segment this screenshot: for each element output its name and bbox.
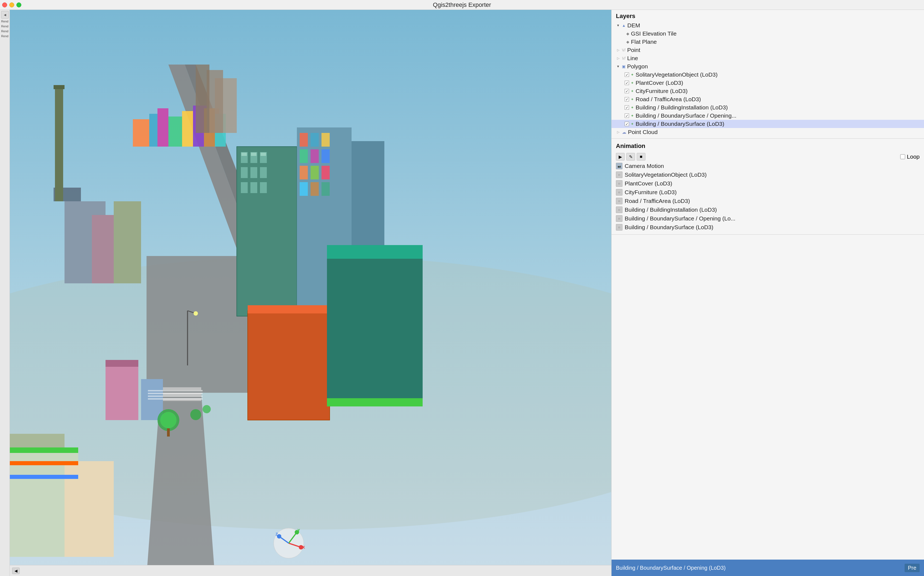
layer-building-bound-open[interactable]: ✦ Building / BoundarySurface / Opening..… <box>611 112 924 120</box>
anim-item-cityfurniture[interactable]: □ CityFurniture (LoD3) <box>611 188 924 197</box>
layer-building-inst[interactable]: ✦ Building / BuildingInstallation (LoD3) <box>611 103 924 112</box>
layer-gsi[interactable]: ◆ GSI Elevation Tile <box>611 30 924 38</box>
anim-play-button[interactable]: ▶ <box>616 153 625 160</box>
anim-edit-button[interactable]: ✎ <box>626 153 635 160</box>
svg-rect-72 <box>167 428 170 437</box>
layer-pointcloud-label: Point Cloud <box>628 129 658 135</box>
layer-building-bound[interactable]: ✦ Building / BoundarySurface (LoD3) <box>611 120 924 128</box>
anim-stop-button[interactable]: ■ <box>637 153 645 160</box>
animation-toolbar: ▶ ✎ ■ Loop <box>611 152 924 162</box>
svg-point-77 <box>193 311 198 316</box>
svg-text:Y: Y <box>297 528 300 533</box>
svg-rect-25 <box>300 133 308 147</box>
anim-item-building-inst[interactable]: □ Building / BuildingInstallation (LoD3) <box>611 205 924 214</box>
layer-plantcover[interactable]: ✦ PlantCover (LoD3) <box>611 79 924 87</box>
layer-solitary-label: SolitaryVegetationObject (LoD3) <box>635 71 718 78</box>
svg-rect-26 <box>311 133 319 147</box>
layer-polygon-group[interactable]: ▼ ▣ Polygon <box>611 62 924 70</box>
layer-cityfurniture[interactable]: ✦ CityFurniture (LoD3) <box>611 87 924 95</box>
cityfurniture-checkbox[interactable] <box>625 89 629 93</box>
svg-rect-40 <box>327 256 423 406</box>
close-button[interactable] <box>2 2 7 7</box>
anim-road-label: Road / TrafficArea (LoD3) <box>625 198 690 204</box>
building-bound-checkbox[interactable] <box>625 122 629 126</box>
anim-item-camera[interactable]: 📷 Camera Motion <box>611 162 924 170</box>
anim-item-solitary[interactable]: □ SolitaryVegetationObject (LoD3) <box>611 170 924 179</box>
layer-building-bound-label: Building / BoundarySurface (LoD3) <box>635 121 725 127</box>
anim-item-building-bound[interactable]: □ Building / BoundarySurface (LoD3) <box>611 223 924 232</box>
anim-road-icon: □ <box>616 198 622 204</box>
plantcover-checkbox[interactable] <box>625 81 629 85</box>
left-arrow-button[interactable]: ◀ <box>1 11 9 19</box>
layer-flat[interactable]: ◆ Flat Plane <box>611 38 924 46</box>
svg-rect-18 <box>251 182 257 193</box>
svg-rect-47 <box>10 461 78 465</box>
dem-icon: ▲ <box>622 23 626 28</box>
loop-checkbox[interactable] <box>900 154 905 159</box>
svg-rect-42 <box>327 398 423 406</box>
svg-rect-66 <box>148 390 203 391</box>
titlebar-controls[interactable] <box>2 2 21 7</box>
pre-label[interactable]: Pre <box>905 564 920 572</box>
nav-left-button[interactable]: ◀ <box>12 568 20 574</box>
layer-pointcloud-group[interactable]: ▷ ☁ Point Cloud <box>611 128 924 136</box>
layers-header: Layers <box>611 10 924 21</box>
svg-rect-22 <box>260 153 266 156</box>
svg-rect-41 <box>327 245 423 259</box>
edit-icon: ✎ <box>629 154 633 160</box>
svg-text:Z: Z <box>276 532 278 536</box>
viewport-bottom-bar[interactable]: ◀ <box>10 565 611 576</box>
anim-item-building-bound-open[interactable]: □ Building / BoundarySurface / Opening (… <box>611 214 924 223</box>
svg-rect-49 <box>105 365 138 420</box>
anim-item-plantcover[interactable]: □ PlantCover (LoD3) <box>611 179 924 188</box>
layer-building-inst-label: Building / BuildingInstallation (LoD3) <box>635 104 728 111</box>
anim-building-inst-label: Building / BuildingInstallation (LoD3) <box>625 206 717 213</box>
anim-item-road[interactable]: □ Road / TrafficArea (LoD3) <box>611 197 924 205</box>
right-status-bar: Building / BoundarySurface / Opening (Lo… <box>611 560 924 576</box>
svg-rect-37 <box>248 311 330 420</box>
svg-rect-15 <box>251 167 257 178</box>
anim-solitary-icon: □ <box>616 171 622 178</box>
polygon-expand-icon: ▼ <box>616 64 620 69</box>
point-expand-icon: ▷ <box>616 48 620 52</box>
layers-section: Layers ▼ ▲ DEM ◆ GSI Elevation Tile ◆ Fl… <box>611 10 924 139</box>
layer-road[interactable]: ✦ Road / TrafficArea (LoD3) <box>611 95 924 103</box>
svg-rect-68 <box>148 395 203 397</box>
pointcloud-expand-icon: ▷ <box>616 130 620 134</box>
svg-rect-14 <box>241 167 248 178</box>
svg-rect-62 <box>182 111 195 147</box>
viewport-3d[interactable]: X Y Z <box>10 10 611 576</box>
layer-line-label: Line <box>627 55 638 62</box>
anim-plantcover-label: PlantCover (LoD3) <box>625 180 672 187</box>
layer-cityfurniture-label: CityFurniture (LoD3) <box>635 88 688 94</box>
render-label-4: Rend <box>0 34 9 38</box>
layer-building-bound-open-label: Building / BoundarySurface / Opening... <box>635 112 736 119</box>
point-group-icon: V/ <box>622 48 626 52</box>
anim-cityfurniture-icon: □ <box>616 189 622 195</box>
building-inst-checkbox[interactable] <box>625 105 629 110</box>
maximize-button[interactable] <box>16 2 21 7</box>
svg-rect-57 <box>54 85 64 89</box>
building-bound-open-checkbox[interactable] <box>625 114 629 118</box>
layer-solitary[interactable]: ✦ SolitaryVegetationObject (LoD3) <box>611 70 924 79</box>
building-bound-open-icon: ✦ <box>631 114 634 118</box>
expand-dem-icon: ▼ <box>616 23 620 28</box>
animation-section: Animation ▶ ✎ ■ Loop 📷 Camera Motion □ S… <box>611 139 924 235</box>
loop-container: Loop <box>900 154 920 160</box>
layer-dem[interactable]: ▼ ▲ DEM <box>611 21 924 30</box>
minimize-button[interactable] <box>9 2 14 7</box>
layer-line-group[interactable]: ▷ V/ Line <box>611 54 924 62</box>
svg-rect-35 <box>311 182 319 196</box>
app-title: Qgis2threejs Exporter <box>433 2 491 8</box>
anim-camera-label: Camera Motion <box>625 163 664 169</box>
svg-rect-67 <box>148 393 203 394</box>
solitary-checkbox[interactable] <box>625 72 629 77</box>
left-strip: ◀ Rend Rend Rend Rend <box>0 10 10 576</box>
svg-rect-61 <box>168 117 184 147</box>
road-checkbox[interactable] <box>625 97 629 101</box>
layer-point-group[interactable]: ▷ V/ Point <box>611 46 924 54</box>
flat-icon: ◆ <box>626 40 629 44</box>
camera-icon: 📷 <box>616 163 622 169</box>
svg-rect-80 <box>196 64 209 133</box>
render-label-3: Rend <box>0 29 9 34</box>
